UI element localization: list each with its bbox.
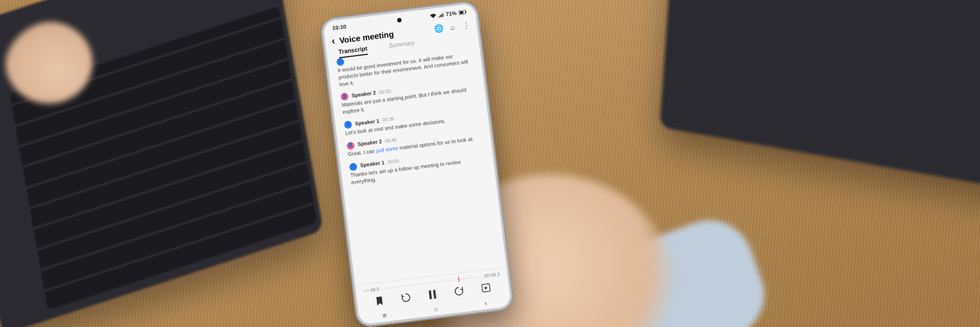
entry-timestamp: 00:44 [385, 137, 397, 144]
back-button[interactable]: ‹ [331, 35, 336, 47]
speaker-avatar-icon: 👤 [349, 162, 358, 171]
speaker-avatar-icon: 👤 [344, 120, 352, 129]
status-time: 10:10 [332, 23, 347, 31]
playhead[interactable] [458, 276, 460, 282]
rewind-button[interactable] [400, 292, 411, 303]
more-icon[interactable]: ⋮ [462, 20, 471, 30]
bookmark-button[interactable] [375, 296, 384, 306]
nav-home-button[interactable]: ○ [433, 305, 438, 313]
entry-timestamp: 00:33 [379, 88, 391, 96]
hand-left [5, 22, 93, 104]
entry-timestamp: 00:39 [382, 116, 395, 124]
svg-rect-4 [433, 290, 436, 299]
battery-text: 71% [445, 10, 457, 17]
translate-icon[interactable]: 🌐 [433, 23, 444, 33]
highlight-text: pull some [376, 145, 399, 154]
battery-icon [458, 9, 467, 15]
speed-button[interactable] [481, 283, 491, 293]
pause-button[interactable] [427, 289, 437, 300]
phone-screen: 10:10 71% ‹ [323, 3, 511, 325]
search-icon[interactable]: ⌕ [450, 22, 456, 31]
transcript-list[interactable]: 👤 It would be good investment for us. It… [327, 41, 506, 286]
svg-rect-1 [460, 11, 464, 14]
speaker-avatar-icon: 👤 [346, 142, 355, 150]
wifi-icon [430, 13, 437, 18]
svg-rect-3 [428, 290, 432, 299]
promo-scene: 10:10 71% ‹ [0, 0, 980, 327]
speaker-avatar-icon: 👤 [340, 93, 349, 101]
forward-button[interactable] [454, 286, 464, 296]
signal-icon [438, 13, 444, 17]
nav-back-button[interactable]: ‹ [484, 299, 487, 307]
entry-timestamp: 00:50 [387, 158, 400, 166]
nav-recent-button[interactable]: ≡ [382, 311, 387, 319]
speaker-avatar-icon: 👤 [336, 58, 345, 66]
